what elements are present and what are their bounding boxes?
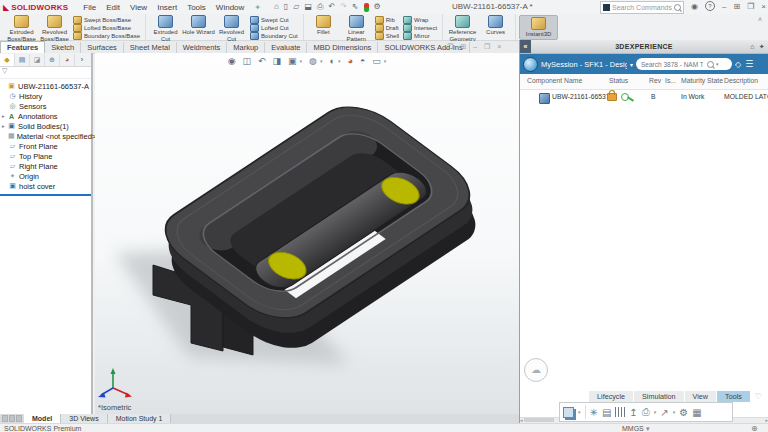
chevron-down-icon[interactable]: ▾ — [654, 409, 657, 415]
swept-boss-base-button[interactable]: Swept Boss/Base — [73, 16, 140, 24]
units-chevron-icon[interactable]: ▾ — [646, 425, 650, 432]
panel-home-icon[interactable]: ⌂ — [750, 40, 755, 53]
col-rev[interactable]: Rev — [649, 77, 661, 84]
rib-button[interactable]: Rib — [375, 16, 399, 24]
instant3d-button[interactable]: Instant3D — [519, 15, 558, 40]
save-button[interactable]: ⬓ — [304, 2, 312, 12]
export-icon[interactable]: ↗ — [660, 407, 668, 418]
web-status-icon[interactable]: ⊕ — [751, 424, 758, 432]
lofted-boss-base-button[interactable]: Lofted Boss/Base — [73, 24, 140, 32]
doc-restore2-icon[interactable]: ❐ — [484, 43, 490, 51]
col-component-name[interactable]: Component Name — [527, 77, 582, 84]
share-icon[interactable]: ✳ — [590, 407, 598, 418]
col-status[interactable]: Status — [609, 77, 628, 84]
propertymanager-tab[interactable]: ▤ — [15, 54, 30, 66]
tree-item-front-plane[interactable]: ▱ Front Plane — [0, 141, 91, 151]
reference-geometry-button[interactable]: Reference Geometry — [446, 15, 479, 42]
tree-split-bar[interactable] — [0, 194, 91, 196]
panel-search-box[interactable]: ▾ — [636, 58, 732, 70]
extruded-boss-base-button[interactable]: Extruded Boss/Base — [5, 15, 38, 42]
featuremanager-tab[interactable]: ◆ — [0, 54, 15, 66]
panel-search-icon[interactable] — [707, 61, 714, 68]
scroll-left-icon[interactable]: ◂ — [520, 417, 523, 423]
options-button[interactable]: ⚙ — [374, 2, 381, 12]
user-account-icon[interactable]: ◉ — [691, 2, 698, 11]
help-icon[interactable]: ? — [705, 1, 715, 11]
fillet-button[interactable]: Fillet — [307, 15, 340, 36]
session-chevron-icon[interactable]: ▾ — [630, 61, 633, 68]
intersect-button[interactable]: Intersect — [403, 24, 437, 32]
tab-features[interactable]: Features — [0, 41, 45, 53]
doc-restore-icon[interactable]: ❐ — [447, 43, 453, 51]
linear-pattern-button[interactable]: Linear Pattern — [340, 15, 373, 42]
favorites-heart-icon[interactable]: ♡ — [755, 392, 762, 401]
settings-gear-icon[interactable]: ⚙ — [679, 407, 688, 418]
minimize-button[interactable]: – — [722, 2, 726, 11]
print-button[interactable]: ⎙ — [317, 2, 323, 12]
tab-simulation[interactable]: Simulation — [634, 391, 684, 402]
menu-insert[interactable]: Insert — [152, 3, 182, 12]
tab-model[interactable]: Model — [24, 414, 61, 423]
open-button[interactable]: ▱ — [293, 2, 299, 12]
tab-mbd-dimensions[interactable]: MBD Dimensions — [307, 42, 378, 53]
upload-icon[interactable]: ↥ — [629, 407, 637, 418]
tab-surfaces[interactable]: Surfaces — [81, 42, 124, 53]
model-3d-boot-cover[interactable] — [95, 53, 519, 414]
boundary-cut-button[interactable]: Boundary Cut — [250, 32, 298, 40]
boundary-boss-base-button[interactable]: Boundary Boss/Base — [73, 32, 140, 40]
shell-button[interactable]: Shell — [375, 32, 399, 40]
swept-cut-button[interactable]: Swept Cut — [250, 16, 298, 24]
tab-tools[interactable]: Tools — [717, 391, 750, 402]
lofted-cut-button[interactable]: Lofted Cut — [250, 24, 298, 32]
menu-pin-icon[interactable]: ✦ — [249, 3, 266, 12]
redo-button[interactable]: ↷ — [340, 2, 347, 12]
print-icon[interactable]: ⎙ — [642, 406, 650, 418]
displaymanager-tab[interactable]: ◕ — [60, 54, 75, 66]
command-search[interactable]: Search Commands — [600, 1, 684, 14]
chevron-down-icon[interactable]: ▾ — [673, 409, 676, 415]
tree-root-item[interactable]: ▣ UBW-21161-66537-A — [0, 81, 91, 91]
tab-sheet-metal[interactable]: Sheet Metal — [124, 42, 177, 53]
chevron-down-icon[interactable]: ▾ — [578, 409, 581, 415]
component-row[interactable]: UBW-21161-66537... B In Work MOLDED LATC… — [520, 90, 768, 106]
ribbon-collapse-icon[interactable]: ˄ — [758, 16, 762, 23]
barcode-icon[interactable] — [615, 407, 625, 417]
select-tool-button[interactable]: ⇖ — [352, 2, 359, 12]
manage-copies-icon[interactable] — [563, 407, 574, 418]
panel-pin-icon[interactable]: ✦ — [759, 40, 765, 53]
wrap-button[interactable]: Wrap — [403, 16, 437, 24]
units-selector[interactable]: MMGS — [622, 425, 644, 432]
tab-evaluate[interactable]: Evaluate — [265, 42, 307, 53]
tree-item-sensors[interactable]: ◎ Sensors — [0, 101, 91, 111]
tree-item-hoist-cover[interactable]: ▣ hoist cover — [0, 181, 91, 191]
home-button[interactable]: ⌂ — [274, 2, 279, 12]
col-description[interactable]: Description — [724, 77, 758, 84]
table-settings-icon[interactable]: ▦ — [692, 407, 701, 418]
doc-grid-icon[interactable]: ⊞ — [460, 43, 466, 51]
tree-item-material[interactable]: ▦ Material <not specified> — [0, 131, 91, 141]
extruded-cut-button[interactable]: Extruded Cut — [149, 15, 182, 42]
document-icon[interactable]: ▤ — [602, 407, 611, 418]
revolved-cut-button[interactable]: Revolved Cut — [215, 15, 248, 42]
tree-item-solid-bodies[interactable]: ▸ ▣ Solid Bodies(1) — [0, 121, 91, 131]
graphics-area[interactable]: ◉ ◫ ↶ ◨ ▣▾ ◍▾ ◐▾ ◕ ◓ ▭▾ — [95, 53, 519, 414]
search-scope-chevron-icon[interactable]: ▾ — [716, 61, 719, 67]
tag-icon[interactable]: ◇ — [735, 60, 741, 69]
tab-weldments[interactable]: Weldments — [177, 42, 227, 53]
curves-button[interactable]: Curves — [479, 15, 512, 36]
tree-item-top-plane[interactable]: ▱ Top Plane — [0, 151, 91, 161]
mirror-button[interactable]: Mirror — [403, 32, 437, 40]
tab-motion-study[interactable]: Motion Study 1 — [108, 414, 172, 423]
tree-item-origin[interactable]: ⌖ Origin — [0, 171, 91, 181]
revolved-boss-base-button[interactable]: Revolved Boss/Base — [38, 15, 71, 42]
close-button[interactable]: × — [761, 2, 766, 11]
panel-collapse-button[interactable]: « — [520, 40, 531, 53]
tree-item-history[interactable]: ◷ History — [0, 91, 91, 101]
tab-view[interactable]: View — [685, 391, 716, 402]
hole-wizard-button[interactable]: Hole Wizard — [182, 15, 215, 36]
tab-scroll-handle[interactable] — [0, 414, 24, 423]
col-is[interactable]: Is... — [665, 77, 676, 84]
cloud-assistant-button[interactable]: ☁ — [524, 358, 548, 382]
menu-view[interactable]: View — [125, 3, 152, 12]
session-selector[interactable]: MySession - SFK1 - Design Va... — [541, 60, 627, 69]
